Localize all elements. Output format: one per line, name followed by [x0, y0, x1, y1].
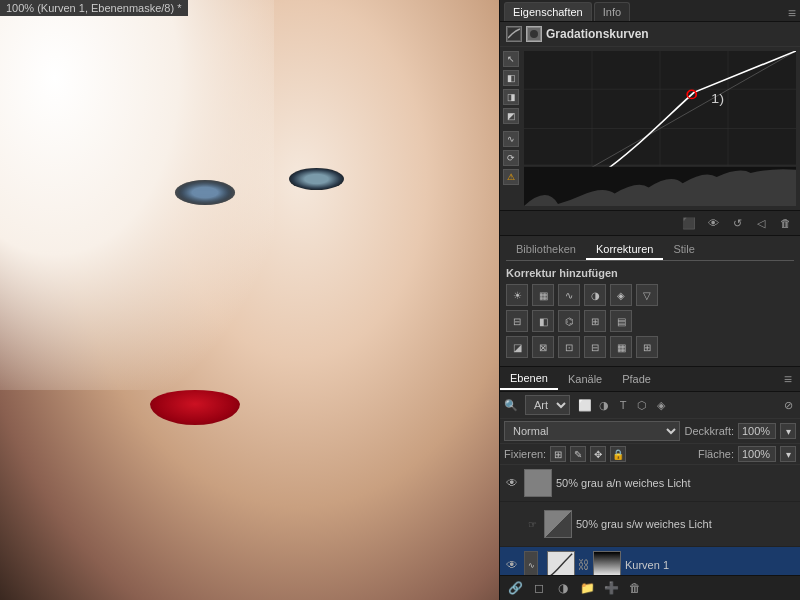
opacity-input[interactable]: [738, 423, 776, 439]
pattern-icon[interactable]: ⊞: [636, 336, 658, 358]
filter-smart-icon[interactable]: ◈: [653, 397, 669, 413]
invert-icon[interactable]: ◪: [506, 336, 528, 358]
fix-brush-icon[interactable]: ✎: [570, 446, 586, 462]
curves-graph[interactable]: 1): [524, 51, 796, 206]
link-layers-btn[interactable]: 🔗: [506, 579, 524, 597]
prev-state-icon[interactable]: ◁: [752, 214, 770, 232]
filter-text-icon[interactable]: T: [615, 397, 631, 413]
eigenschaften-menu-icon[interactable]: ≡: [788, 5, 796, 21]
delete-layer-btn[interactable]: 🗑: [626, 579, 644, 597]
layer-item[interactable]: 👁 ∿ ⛓ Kurven 1: [500, 547, 800, 575]
layer-visibility-toggle[interactable]: 👁: [504, 475, 520, 491]
photo-background: [0, 0, 499, 600]
bw-icon[interactable]: ◧: [532, 310, 554, 332]
layer-name: 50% grau a/n weiches Licht: [556, 477, 796, 489]
panels: Eigenschaften Info ≡ Gradationskurven ↖ …: [499, 0, 800, 600]
tab-bibliotheken[interactable]: Bibliotheken: [506, 240, 586, 260]
flaeche-arrow[interactable]: ▾: [780, 446, 796, 462]
layer-visibility-toggle[interactable]: [504, 516, 520, 532]
tab-eigenschaften[interactable]: Eigenschaften: [504, 2, 592, 21]
opacity-arrow[interactable]: ▾: [780, 423, 796, 439]
vibrance-icon[interactable]: ◈: [610, 284, 632, 306]
mask-icon: [526, 26, 542, 42]
warning-tool[interactable]: ⚠: [503, 169, 519, 185]
eyedropper-mid-tool[interactable]: ◨: [503, 89, 519, 105]
window-title: 100% (Kurven 1, Ebenenmaske/8) *: [0, 0, 188, 16]
add-group-btn[interactable]: 📁: [578, 579, 596, 597]
korrekturen-panel: Bibliotheken Korrekturen Stile Korrektur…: [500, 236, 800, 367]
ebenen-panel: Ebenen Kanäle Pfade ≡ 🔍 Art ⬜ ◑ T ⬡ ◈ ⊘: [500, 367, 800, 600]
layer-name: Kurven 1: [625, 559, 796, 571]
tab-korrekturen[interactable]: Korrekturen: [586, 240, 663, 260]
korr-icons-row-2: ⊟ ◧ ⌬ ⊞ ▤: [506, 310, 794, 332]
gradationskurven-title: Gradationskurven: [546, 27, 649, 41]
tab-ebenen[interactable]: Ebenen: [500, 368, 558, 390]
filter-adj-icon[interactable]: ◑: [596, 397, 612, 413]
fix-checkerboard-icon[interactable]: ⊞: [550, 446, 566, 462]
photofilter-icon[interactable]: ⌬: [558, 310, 580, 332]
flaeche-label: Fläche:: [698, 448, 734, 460]
eyedropper-hi-tool[interactable]: ◩: [503, 108, 519, 124]
pencil-tool[interactable]: ∿: [503, 131, 519, 147]
add-adjustment-btn[interactable]: ◑: [554, 579, 572, 597]
layer-item[interactable]: ☞ 50% grau s/w weiches Licht: [500, 502, 800, 547]
add-mask-btn[interactable]: ◻: [530, 579, 548, 597]
eigenschaften-panel: Eigenschaften Info ≡ Gradationskurven ↖ …: [500, 0, 800, 236]
layer-visibility-toggle[interactable]: 👁: [504, 557, 520, 573]
cursor-indicator: ☞: [524, 506, 540, 542]
channelmixer-icon[interactable]: ⊞: [584, 310, 606, 332]
selectcolor-icon[interactable]: ▦: [610, 336, 632, 358]
gradationskurven-header: Gradationskurven: [500, 22, 800, 47]
curves-korr-icon[interactable]: ∿: [558, 284, 580, 306]
tab-pfade[interactable]: Pfade: [612, 369, 661, 389]
layer-thumbnail: [544, 510, 572, 538]
ebenen-panel-menu[interactable]: ≡: [776, 367, 800, 391]
posterize-icon[interactable]: ⊠: [532, 336, 554, 358]
exposure-icon[interactable]: ◑: [584, 284, 606, 306]
blend-mode-select[interactable]: Normal: [504, 421, 680, 441]
eye-left: [175, 180, 235, 205]
eyedropper-tool[interactable]: ◧: [503, 70, 519, 86]
eigenschaften-bottom-toolbar: ⬛ 👁 ↺ ◁ 🗑: [500, 210, 800, 235]
delete-icon[interactable]: 🗑: [776, 214, 794, 232]
select-tool[interactable]: ↖: [503, 51, 519, 67]
svg-point-2: [530, 30, 538, 38]
layer-item[interactable]: 👁 50% grau a/n weiches Licht: [500, 465, 800, 502]
curves-container: ↖ ◧ ◨ ◩ ∿ ⟳ ⚠: [500, 47, 800, 210]
curves-icon: [506, 26, 522, 42]
layer-mask-thumbnail: [593, 551, 621, 575]
smooth-tool[interactable]: ⟳: [503, 150, 519, 166]
korr-icons-row-1: ☀ ▦ ∿ ◑ ◈ ▽: [506, 284, 794, 306]
colorbalance-icon[interactable]: ⊟: [506, 310, 528, 332]
add-layer-btn[interactable]: ➕: [602, 579, 620, 597]
layer-filter-select[interactable]: Art: [525, 395, 570, 415]
visibility-icon[interactable]: 👁: [704, 214, 722, 232]
filter-pixel-icon[interactable]: ⬜: [577, 397, 593, 413]
reset-icon[interactable]: ↺: [728, 214, 746, 232]
canvas-area: 100% (Kurven 1, Ebenenmaske/8) *: [0, 0, 499, 600]
tab-kanaele[interactable]: Kanäle: [558, 369, 612, 389]
search-icon: 🔍: [504, 399, 518, 412]
threshold-icon[interactable]: ⊡: [558, 336, 580, 358]
fix-move-icon[interactable]: ✥: [590, 446, 606, 462]
opacity-label: Deckkraft:: [684, 425, 734, 437]
blend-mode-row: Normal Deckkraft: ▾: [500, 419, 800, 444]
layer-list: 👁 50% grau a/n weiches Licht ☞ 50% grau …: [500, 465, 800, 575]
colllookup-icon[interactable]: ▤: [610, 310, 632, 332]
fix-lock-icon[interactable]: 🔒: [610, 446, 626, 462]
clip-icon[interactable]: ⬛: [680, 214, 698, 232]
huesat-icon[interactable]: ▽: [636, 284, 658, 306]
levels-icon[interactable]: ▦: [532, 284, 554, 306]
korr-icons-row-3: ◪ ⊠ ⊡ ⊟ ▦ ⊞: [506, 336, 794, 358]
ebenen-bottom-toolbar: 🔗 ◻ ◑ 📁 ➕ 🗑: [500, 575, 800, 600]
gradient-icon[interactable]: ⊟: [584, 336, 606, 358]
ebenen-tab-row: Ebenen Kanäle Pfade ≡: [500, 367, 800, 392]
fixieren-label: Fixieren:: [504, 448, 546, 460]
flaeche-input[interactable]: [738, 446, 776, 462]
filter-shape-icon[interactable]: ⬡: [634, 397, 650, 413]
brightness-icon[interactable]: ☀: [506, 284, 528, 306]
tab-info[interactable]: Info: [594, 2, 630, 21]
tab-stile[interactable]: Stile: [663, 240, 704, 260]
adjustment-layer-icon: ∿: [524, 551, 538, 575]
filter-toggle-icon[interactable]: ⊘: [780, 397, 796, 413]
